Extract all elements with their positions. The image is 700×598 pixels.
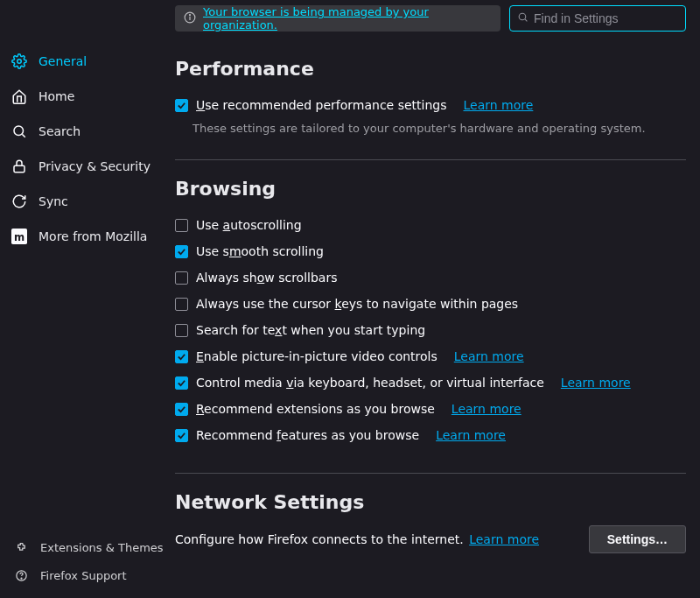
svg-line-2 [22, 134, 24, 137]
sidebar-item-label: Privacy & Security [38, 159, 150, 173]
pip-learn-more[interactable]: Learn more [454, 349, 524, 363]
main-content: Your browser is being managed by your or… [175, 0, 700, 598]
network-heading: Network Settings [175, 491, 686, 513]
network-learn-more[interactable]: Learn more [469, 532, 539, 546]
topbar: Your browser is being managed by your or… [175, 5, 686, 32]
mozilla-icon: m [10, 228, 28, 245]
sidebar-item-extensions[interactable]: Extensions & Themes [0, 533, 175, 561]
search-icon [517, 11, 528, 25]
managed-notice-link[interactable]: Your browser is being managed by your or… [203, 5, 492, 32]
sync-icon [10, 193, 28, 210]
lock-icon [10, 158, 28, 175]
sidebar-item-label: Search [38, 124, 80, 138]
svg-text:m: m [14, 231, 24, 243]
browsing-heading: Browsing [175, 178, 686, 200]
sidebar-item-home[interactable]: Home [0, 79, 175, 114]
svg-line-12 [525, 19, 527, 21]
label-show-scrollbars[interactable]: Always show scrollbars [196, 271, 337, 285]
svg-point-11 [519, 13, 526, 20]
svg-point-1 [14, 126, 24, 136]
label-autoscrolling[interactable]: Use autoscrolling [196, 218, 302, 232]
label-performance-recommend[interactable]: Use recommended performance settings [196, 98, 446, 112]
checkbox-cursor-keys[interactable] [175, 298, 188, 311]
help-icon [12, 566, 30, 584]
checkbox-show-scrollbars[interactable] [175, 271, 188, 285]
settings-search-input[interactable] [534, 11, 687, 25]
sidebar-item-label: Home [38, 89, 74, 103]
info-icon [184, 11, 196, 26]
sidebar-item-sync[interactable]: Sync [0, 184, 175, 219]
sidebar-item-label: General [38, 54, 87, 68]
svg-point-0 [18, 60, 22, 64]
svg-point-10 [190, 14, 191, 15]
sidebar-item-label: Firefox Support [40, 569, 127, 582]
browsing-section: Browsing Use autoscrolling Use smooth sc… [175, 178, 686, 448]
checkbox-performance-recommend[interactable] [175, 99, 188, 112]
sidebar-item-more-mozilla[interactable]: m More from Mozilla [0, 219, 175, 254]
sidebar-item-label: More from Mozilla [38, 229, 147, 243]
settings-search[interactable] [509, 5, 686, 32]
home-icon [10, 88, 28, 105]
checkbox-autoscrolling[interactable] [175, 219, 188, 232]
performance-desc: These settings are tailored to your comp… [192, 122, 686, 135]
checkbox-recommend-extensions[interactable] [175, 403, 188, 416]
search-icon [10, 123, 28, 140]
divider [175, 473, 686, 474]
divider [175, 159, 686, 160]
sidebar-item-label: Sync [38, 194, 68, 208]
rec-ext-learn-more[interactable]: Learn more [452, 402, 522, 416]
svg-point-7 [21, 578, 22, 579]
sidebar-item-search[interactable]: Search [0, 114, 175, 149]
label-search-typing[interactable]: Search for text when you start typing [196, 323, 425, 337]
label-smooth-scrolling[interactable]: Use smooth scrolling [196, 244, 324, 258]
label-media-control[interactable]: Control media via keyboard, headset, or … [196, 376, 544, 390]
network-section: Network Settings Configure how Firefox c… [175, 491, 686, 553]
managed-notice: Your browser is being managed by your or… [175, 5, 500, 32]
performance-section: Performance Use recommended performance … [175, 58, 686, 135]
sidebar-item-support[interactable]: Firefox Support [0, 561, 175, 589]
svg-rect-3 [14, 165, 24, 172]
sidebar-item-privacy[interactable]: Privacy & Security [0, 149, 175, 184]
performance-learn-more[interactable]: Learn more [463, 98, 533, 112]
label-recommend-features[interactable]: Recommend features as you browse [196, 428, 419, 442]
sidebar-item-general[interactable]: General [0, 44, 175, 79]
performance-heading: Performance [175, 58, 686, 80]
media-learn-more[interactable]: Learn more [561, 376, 631, 390]
checkbox-smooth-scrolling[interactable] [175, 245, 188, 258]
network-settings-button[interactable]: Settings… [589, 525, 686, 553]
sidebar: General Home Search Privacy & Security S… [0, 0, 175, 598]
checkbox-recommend-features[interactable] [175, 429, 188, 442]
label-recommend-extensions[interactable]: Recommend extensions as you browse [196, 402, 435, 416]
network-desc: Configure how Firefox connects to the in… [175, 532, 464, 546]
rec-feat-learn-more[interactable]: Learn more [436, 428, 506, 442]
sidebar-item-label: Extensions & Themes [40, 541, 164, 554]
checkbox-pip[interactable] [175, 350, 188, 363]
label-pip[interactable]: Enable picture-in-picture video controls [196, 349, 438, 363]
puzzle-icon [12, 538, 30, 556]
label-cursor-keys[interactable]: Always use the cursor keys to navigate w… [196, 297, 518, 311]
checkbox-media-control[interactable] [175, 376, 188, 390]
gear-icon [10, 53, 28, 70]
checkbox-search-typing[interactable] [175, 324, 188, 337]
